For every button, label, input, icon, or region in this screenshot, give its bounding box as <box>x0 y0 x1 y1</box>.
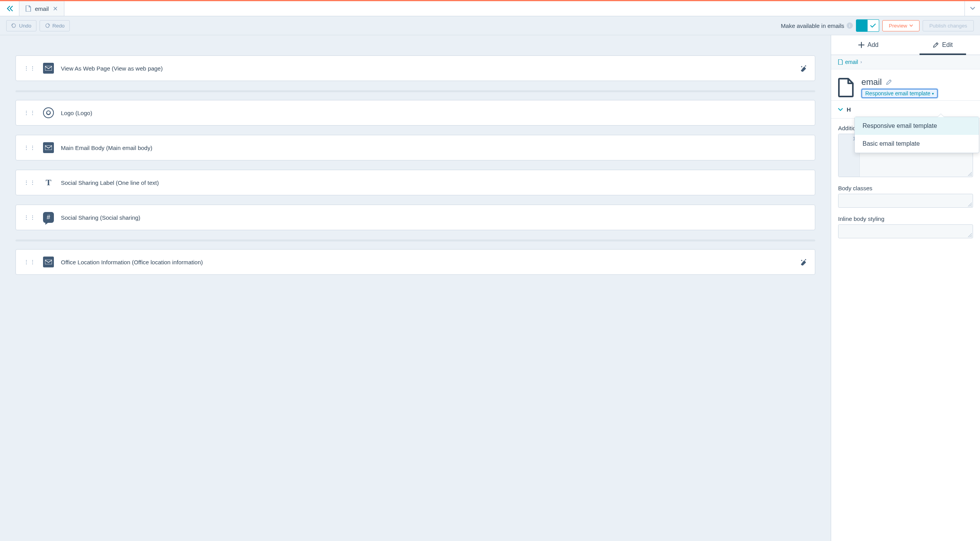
module-tool-icon[interactable] <box>800 258 807 265</box>
tab-add[interactable]: Add <box>831 35 906 55</box>
undo-button[interactable]: Undo <box>6 20 36 31</box>
breadcrumb[interactable]: email › <box>831 55 980 69</box>
tab-overflow-button[interactable] <box>964 1 980 16</box>
module-label: Social Sharing Label (One line of text) <box>61 179 159 186</box>
hash-icon: # <box>43 212 54 223</box>
available-in-emails-label: Make available in emails i <box>781 22 852 29</box>
drag-handle-icon[interactable]: ⋮⋮ <box>24 65 36 71</box>
chevron-right-icon: › <box>860 59 862 65</box>
info-icon[interactable]: i <box>847 22 853 29</box>
inline-body-label: Inline body styling <box>838 215 973 222</box>
drag-handle-icon[interactable]: ⋮⋮ <box>24 214 36 221</box>
template-option-basic[interactable]: Basic email template <box>855 135 979 153</box>
mail-icon <box>43 257 54 267</box>
publish-button: Publish changes <box>923 20 974 31</box>
chevron-down-icon <box>838 108 843 111</box>
template-type-menu: Responsive email template Basic email te… <box>854 117 979 153</box>
drag-handle-icon[interactable]: ⋮⋮ <box>24 259 36 265</box>
module-label: Main Email Body (Main email body) <box>61 145 152 151</box>
redo-button[interactable]: Redo <box>40 20 70 31</box>
tab-title: email <box>35 5 49 12</box>
module-label: View As Web Page (View as web page) <box>61 65 163 72</box>
module-row[interactable]: ⋮⋮Office Location Information (Office lo… <box>16 249 815 275</box>
module-label: Logo (Logo) <box>61 110 92 116</box>
rename-icon[interactable] <box>886 79 892 85</box>
template-canvas: ⋮⋮View As Web Page (View as web page)⋮⋮L… <box>0 35 831 541</box>
action-bar: Undo Redo Make available in emails i Pre… <box>0 16 980 35</box>
svg-point-7 <box>801 260 802 261</box>
module-label: Social Sharing (Social sharing) <box>61 214 140 221</box>
drag-handle-icon[interactable]: ⋮⋮ <box>24 145 36 151</box>
body-classes-input[interactable] <box>838 194 973 208</box>
svg-rect-0 <box>45 66 52 71</box>
asset-header: email Responsive email template ▾ <box>831 69 980 100</box>
file-icon <box>26 5 31 12</box>
svg-rect-4 <box>45 145 52 150</box>
preview-button[interactable]: Preview <box>882 20 920 31</box>
pencil-icon <box>933 42 939 48</box>
module-row[interactable]: ⋮⋮Logo (Logo) <box>16 100 815 126</box>
close-tab-icon[interactable]: ✕ <box>53 5 58 12</box>
template-type-dropdown[interactable]: Responsive email template ▾ <box>861 89 938 98</box>
caret-down-icon <box>909 24 913 27</box>
drag-handle-icon[interactable]: ⋮⋮ <box>24 179 36 186</box>
template-file-icon <box>838 78 854 97</box>
template-option-responsive[interactable]: Responsive email template <box>855 117 979 135</box>
module-row[interactable]: ⋮⋮#Social Sharing (Social sharing) <box>16 205 815 230</box>
file-icon <box>838 59 843 65</box>
inline-body-input[interactable] <box>838 224 973 238</box>
redo-icon <box>45 23 50 28</box>
svg-rect-5 <box>45 260 52 264</box>
text-icon: T <box>43 177 54 188</box>
asset-title: email <box>861 77 882 87</box>
svg-point-2 <box>801 66 802 67</box>
module-row[interactable]: ⋮⋮TSocial Sharing Label (One line of tex… <box>16 170 815 195</box>
drag-handle-icon[interactable]: ⋮⋮ <box>24 110 36 116</box>
svg-point-1 <box>805 65 806 67</box>
module-divider <box>16 90 815 92</box>
body-classes-label: Body classes <box>838 185 973 191</box>
svg-point-6 <box>805 259 806 260</box>
module-row[interactable]: ⋮⋮Main Email Body (Main email body) <box>16 135 815 160</box>
caret-down-icon: ▾ <box>932 91 934 96</box>
tab-edit[interactable]: Edit <box>906 35 980 55</box>
available-toggle[interactable] <box>856 19 879 32</box>
plus-icon <box>858 42 864 48</box>
undo-icon <box>11 23 17 28</box>
section-header-head[interactable]: H <box>831 100 980 119</box>
mail-icon <box>43 63 54 74</box>
module-row[interactable]: ⋮⋮View As Web Page (View as web page) <box>16 55 815 81</box>
mail-icon <box>43 142 54 153</box>
file-tab[interactable]: email ✕ <box>19 1 64 16</box>
top-tab-bar: email ✕ <box>0 0 980 16</box>
module-tool-icon[interactable] <box>800 65 807 72</box>
collapse-sidebar-button[interactable] <box>0 1 19 16</box>
inspector-sidebar: Add Edit email › <box>831 35 980 541</box>
module-label: Office Location Information (Office loca… <box>61 259 203 265</box>
logo-icon <box>43 107 54 118</box>
module-divider <box>16 239 815 241</box>
